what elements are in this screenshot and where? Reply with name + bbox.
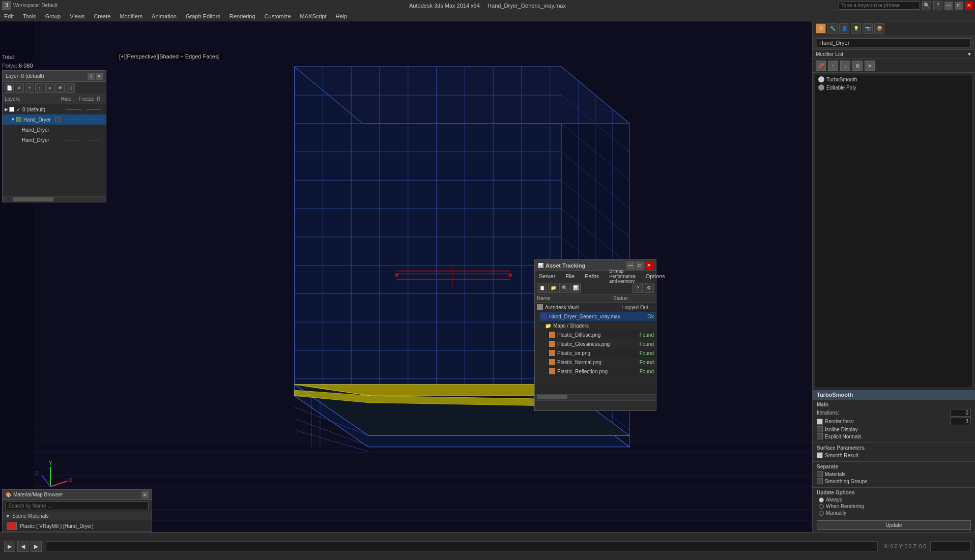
reflection-name: Plastic_Reflection.png xyxy=(557,369,640,374)
layers-delete-btn[interactable]: ✕ xyxy=(15,83,24,93)
timeline-bar[interactable] xyxy=(46,541,878,551)
asset-tb-btn2[interactable]: 📁 xyxy=(548,283,558,293)
modifier-editablepoly[interactable]: Editable Poly xyxy=(815,83,972,92)
asset-tb-settings[interactable]: ⚙ xyxy=(644,283,654,293)
mod-move-up-btn[interactable]: ↑ xyxy=(828,61,838,71)
radio-manually[interactable]: Manually xyxy=(819,510,971,516)
radio-always-btn[interactable] xyxy=(819,497,824,503)
close-button[interactable]: ✕ xyxy=(965,2,973,10)
layers-scrollbar[interactable] xyxy=(3,196,106,202)
rp-icon6[interactable]: 📦 xyxy=(874,23,884,34)
asset-row-glossiness[interactable]: Plastic_Glossiness.png Found xyxy=(547,339,656,348)
layers-add-btn[interactable]: + xyxy=(25,83,34,93)
layer-item-hand-dryer[interactable]: ▼ Hand_Dryer xyxy=(3,114,106,125)
mod-smoothgroups-check[interactable] xyxy=(817,478,823,484)
layers-vis-btn[interactable]: 👁 xyxy=(55,83,65,93)
asset-row-normal[interactable]: Plastic_Normal.png Found xyxy=(547,358,656,367)
menu-maxscript[interactable]: MAXScript xyxy=(298,13,329,19)
menu-customize[interactable]: Customize xyxy=(263,13,293,19)
layers-props-btn[interactable]: ≡ xyxy=(45,83,54,93)
modifier-turbosmooth[interactable]: TurboSmooth xyxy=(815,75,972,83)
menu-rendering[interactable]: Rendering xyxy=(227,13,257,19)
menu-help[interactable]: Help xyxy=(334,13,350,19)
asset-row-diffuse[interactable]: Plastic_Diffuse.png Found xyxy=(547,330,656,339)
mod-smooth-check[interactable] xyxy=(817,452,823,458)
layers-new-btn[interactable]: 📄 xyxy=(5,83,14,93)
menu-views[interactable]: Views xyxy=(68,13,87,19)
search-btn[interactable]: 🔍 xyxy=(922,1,931,10)
radio-when-rendering[interactable]: When Rendering xyxy=(819,504,971,509)
menu-tools[interactable]: Tools xyxy=(21,13,38,19)
menu-animation[interactable]: Animation xyxy=(150,13,179,19)
timeline-next-btn[interactable]: ▶ xyxy=(31,541,42,552)
asset-scrollbar[interactable] xyxy=(535,394,656,400)
rp-icon2[interactable]: 🔧 xyxy=(827,23,838,34)
asset-menu-bitmap[interactable]: Bitmap Performance and Memory xyxy=(607,269,638,284)
layer-item-child2[interactable]: Hand_Dryer xyxy=(15,135,106,145)
help-btn[interactable]: ? xyxy=(933,1,942,10)
asset-menu-file[interactable]: File xyxy=(563,273,577,279)
menu-graph-editors[interactable]: Graph Editors xyxy=(184,13,222,19)
layers-sel-btn[interactable]: □ xyxy=(66,83,75,93)
rp-icon1[interactable]: 🎨 xyxy=(816,23,826,34)
minimize-button[interactable]: — xyxy=(944,2,953,10)
timeline-prev-btn[interactable]: ◀ xyxy=(17,541,28,552)
layers-move-btn[interactable]: ↑ xyxy=(35,83,44,93)
mat-search-input[interactable] xyxy=(6,502,149,510)
right-panel-icons: 🎨 🔧 👤 💡 📷 📦 xyxy=(813,21,975,36)
mod-delete-btn[interactable]: ✕ xyxy=(865,61,875,71)
rp-icon5[interactable]: 📷 xyxy=(863,23,873,34)
asset-tb-btn3[interactable]: 🔍 xyxy=(559,283,569,293)
mod-explicit-check[interactable] xyxy=(817,433,823,439)
svg-text:X: X xyxy=(69,477,73,483)
mod-name-editablepoly: Editable Poly xyxy=(826,85,856,91)
rp-icon3[interactable]: 👤 xyxy=(839,23,849,34)
global-search-input[interactable] xyxy=(839,2,920,10)
asset-tb-btn4[interactable]: 📊 xyxy=(570,283,581,293)
mod-renderiters-input[interactable] xyxy=(951,418,971,425)
asset-scroll-thumb[interactable] xyxy=(537,395,567,399)
asset-row-reflection[interactable]: Plastic_Reflection.png Found xyxy=(547,367,656,376)
update-button[interactable]: Update xyxy=(817,520,971,530)
asset-menu-paths[interactable]: Paths xyxy=(583,273,601,279)
mod-configure-btn[interactable]: ⚙ xyxy=(852,61,863,71)
object-name-input[interactable]: Hand_Dryer xyxy=(817,38,971,47)
mod-move-down-btn[interactable]: ↓ xyxy=(840,61,850,71)
frame-counter[interactable] xyxy=(930,541,971,551)
restore-button[interactable]: □ xyxy=(955,2,963,10)
menu-modifiers[interactable]: Modifiers xyxy=(118,13,145,19)
menu-group[interactable]: Group xyxy=(43,13,63,19)
layers-close-btn[interactable]: ✕ xyxy=(96,73,103,80)
asset-tb-help[interactable]: ? xyxy=(633,283,643,293)
radio-rendering-btn[interactable] xyxy=(819,504,824,509)
asset-row-maxfile[interactable]: Hand_Dryer_Generic_vray.max Ok xyxy=(539,312,656,321)
mod-pin-btn[interactable]: 📌 xyxy=(816,61,826,71)
asset-row-ior[interactable]: Plastic_ior.png Found xyxy=(547,348,656,358)
menu-edit[interactable]: Edit xyxy=(2,13,16,19)
mod-materials-check[interactable] xyxy=(817,471,823,477)
layers-titlebar: Layer: 0 (default) ? ✕ xyxy=(3,71,106,82)
asset-row-vault[interactable]: Autodesk Vault Logged Out ... xyxy=(535,303,656,312)
mat-close-btn[interactable]: ✕ xyxy=(141,491,149,498)
asset-tracking-titlebar: 📊 Asset Tracking — □ ✕ xyxy=(535,260,656,271)
mod-iterations-input[interactable] xyxy=(951,409,971,417)
radio-manually-btn[interactable] xyxy=(819,511,824,516)
layer-item-default[interactable]: ▶ ✓ 0 (default) xyxy=(3,104,106,114)
asset-tb-btn1[interactable]: 📋 xyxy=(537,283,547,293)
asset-menu-options[interactable]: Options xyxy=(644,273,667,279)
layers-panel: Layer: 0 (default) ? ✕ 📄 ✕ + ↑ ≡ 👁 □ Lay… xyxy=(2,70,106,202)
asset-row-maps[interactable]: 📁 Maps / Shaders xyxy=(543,321,656,330)
asset-close-btn[interactable]: ✕ xyxy=(645,261,653,270)
mod-isoline-check[interactable] xyxy=(817,426,823,432)
radio-always[interactable]: Always xyxy=(819,497,971,503)
menu-create[interactable]: Create xyxy=(92,13,112,19)
layers-help-btn[interactable]: ? xyxy=(88,73,95,80)
scrollbar-thumb[interactable] xyxy=(13,197,53,201)
asset-menu-server[interactable]: Server xyxy=(537,273,557,279)
rp-icon4[interactable]: 💡 xyxy=(851,23,861,34)
layer-item-child1[interactable]: Hand_Dryer xyxy=(15,125,106,135)
timeline-play-btn[interactable]: ▶ xyxy=(4,541,15,552)
mod-renderiters-check[interactable] xyxy=(817,419,823,425)
mat-item-plastic[interactable]: Plastic ( VRayMtl ) [Hand_Dryer] xyxy=(3,520,152,532)
modifier-list-dropdown[interactable]: Modifier List ▼ xyxy=(813,50,975,59)
